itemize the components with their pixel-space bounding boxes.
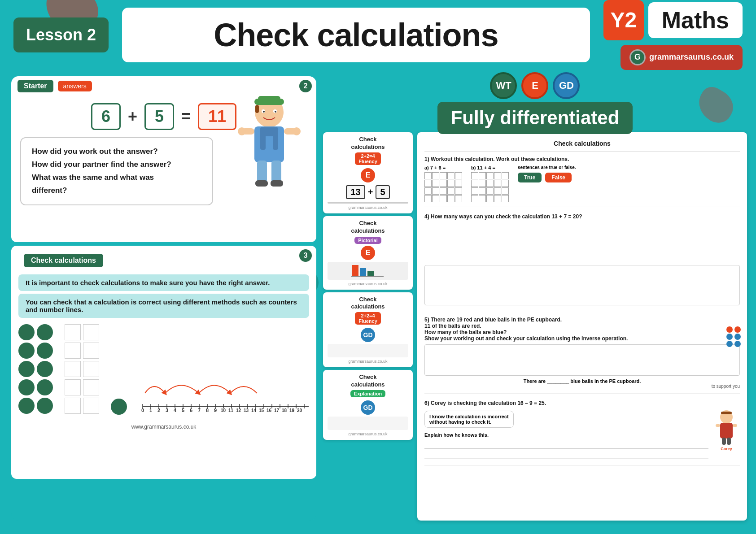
counter-grid	[18, 324, 54, 415]
header: Lesson 2 Check calculations Y2 Maths G g…	[0, 0, 756, 69]
svg-text:14: 14	[251, 408, 257, 413]
true-button[interactable]: True	[518, 173, 542, 182]
q6-speech-bubble: I know the calculation is incorrectwitho…	[424, 411, 514, 428]
svg-rect-63	[352, 265, 358, 276]
lesson-badge: Lesson 2	[13, 17, 109, 52]
corey-label: Corey	[713, 447, 740, 451]
website-badge: G grammarsaurus.co.uk	[621, 45, 743, 70]
svg-rect-69	[720, 423, 733, 438]
number-line-svg: 0 1 2 3 4 5 6 7 8 9 10 11 12 13 14 15 16	[140, 399, 311, 413]
info-box-1: It is important to check calculations to…	[18, 274, 309, 291]
ws2-img-area	[328, 262, 408, 280]
svg-text:15: 15	[259, 408, 264, 413]
question-2: How did your partner find the answer?	[32, 158, 201, 171]
year-maths-row: Y2 Maths	[603, 0, 743, 40]
true-false-buttons: True False	[518, 173, 740, 182]
slide2-header: Check calculations	[24, 254, 103, 267]
eq-num2: 5	[144, 103, 174, 130]
subject-label: Maths	[648, 2, 743, 38]
info-box-2: You can check that a calculation is corr…	[18, 294, 309, 318]
svg-rect-65	[367, 271, 374, 276]
ws1-url: grammarsaurus.co.uk	[328, 205, 408, 210]
eq-num1: 6	[91, 103, 121, 130]
ws1-divider	[328, 202, 408, 204]
q5-support-text: to support you	[424, 384, 740, 389]
q6-text: 6) Corey is checking the calculation 16 …	[424, 400, 740, 406]
ws3-fluency-badge: 2+2=4Fluency	[355, 312, 381, 325]
question-1: How did you work out the answer?	[32, 145, 201, 158]
single-counter	[111, 399, 127, 415]
counters-area: 0 1 2 3 4 5 6 7 8 9 10 11 12 13 14 15 16	[18, 324, 309, 415]
ws2-level-badge: E	[361, 246, 375, 260]
slide-check-calcs: 3 Check calculations It is important to …	[11, 246, 316, 479]
e-badge: E	[521, 72, 548, 99]
svg-text:12: 12	[236, 408, 241, 413]
svg-rect-73	[733, 424, 737, 427]
svg-text:17: 17	[274, 408, 280, 413]
ws4-title: Checkcalculations	[328, 373, 408, 389]
ws4-gd-badge: GD	[361, 400, 375, 415]
q1-part-b: b) 11 + 4 =	[471, 165, 509, 202]
svg-text:19: 19	[289, 408, 295, 413]
svg-point-18	[238, 127, 246, 135]
false-button[interactable]: False	[545, 173, 572, 182]
worksheets-column: Checkcalculations 2+2=4Fluency E 13 + 5 …	[323, 132, 413, 521]
worksheet-card-1: Checkcalculations 2+2=4Fluency E 13 + 5 …	[323, 132, 413, 213]
ws4-explanation-badge: Explanation	[350, 390, 385, 397]
q6-follow-up: Explain how he knows this.	[424, 432, 708, 438]
svg-text:18: 18	[282, 408, 287, 413]
arc-arrows-svg	[140, 375, 311, 398]
q1-true-false: sentences are true or false. True False	[518, 165, 740, 182]
svg-rect-3	[255, 105, 259, 113]
speech-bubble: How did you work out the answer? How did…	[20, 137, 213, 205]
page-title: Check calculations	[149, 17, 563, 53]
svg-text:10: 10	[221, 408, 226, 413]
svg-rect-71	[727, 438, 731, 445]
tab-answers: answers	[58, 81, 92, 91]
svg-rect-64	[360, 268, 366, 276]
eq-equals: =	[181, 107, 191, 126]
q6-answer-line-1	[424, 439, 708, 448]
q6-character: Corey	[713, 409, 740, 451]
ws1-eq-plus: +	[368, 187, 373, 197]
title-box: Check calculations	[122, 8, 590, 62]
ws3-url: grammarsaurus.co.uk	[328, 359, 408, 364]
svg-rect-14	[255, 180, 268, 187]
q4-grid: // This is just static decoration since …	[424, 222, 740, 262]
q1-part-a: a) 7 + 6 =	[424, 165, 462, 202]
svg-text:16: 16	[267, 408, 272, 413]
q1b-grid	[471, 172, 509, 202]
svg-point-19	[293, 127, 301, 135]
svg-rect-70	[722, 438, 726, 445]
q6-content: I know the calculation is incorrectwitho…	[424, 409, 740, 461]
q5-working-area	[424, 344, 740, 376]
ws1-eq-num1: 13	[346, 185, 365, 199]
ws1-title: Checkcalculations	[328, 136, 408, 151]
slide-starter: Starter answers 2 6 + 5 = 11	[11, 76, 316, 242]
eq-plus: +	[128, 107, 137, 126]
q4-section: 4) How many ways can you check the calcu…	[424, 213, 740, 310]
svg-text:11: 11	[228, 408, 234, 413]
q6-answer-line-2	[424, 450, 708, 459]
empty-grid	[65, 324, 100, 415]
q1-parts: a) 7 + 6 =	[424, 165, 740, 202]
wt-e-gd-row: WT E GD	[490, 72, 580, 99]
number-line-area: 0 1 2 3 4 5 6 7 8 9 10 11 12 13 14 15 16	[140, 375, 311, 415]
ws2-pictorial-badge: Pictorial	[354, 237, 381, 244]
character-figure	[236, 94, 303, 195]
ws4-placeholder	[328, 417, 408, 430]
top-right-area: Y2 Maths G grammarsaurus.co.uk	[603, 0, 743, 70]
ws2-title: Checkcalculations	[328, 220, 408, 235]
left-panel: Starter answers 2 6 + 5 = 11	[11, 76, 316, 521]
q5-dot-grid	[726, 326, 742, 347]
ws3-placeholder	[328, 344, 408, 357]
slide-number-2: 3	[299, 249, 312, 262]
worksheet-card-4: Checkcalculations Explanation GD grammar…	[323, 370, 413, 440]
ws1-equation: 13 + 5	[328, 185, 408, 199]
year-badge: Y2	[603, 0, 644, 40]
mws-title: Check calculations	[424, 139, 740, 152]
q1a-grid	[424, 172, 462, 202]
q5-text: 5) There are 19 red and blue balls in th…	[424, 317, 740, 342]
tab-starter: Starter	[17, 80, 53, 92]
svg-rect-13	[271, 161, 281, 183]
